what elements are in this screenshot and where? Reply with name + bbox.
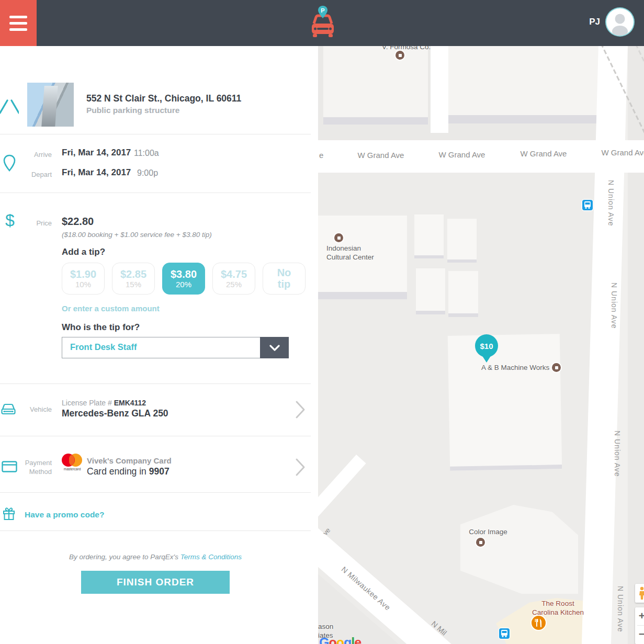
divider [0, 492, 311, 493]
price-total: $22.80 [62, 216, 94, 228]
tip-option-15pct[interactable]: $2.85 15% [112, 263, 155, 295]
tip-option-25pct[interactable]: $4.75 25% [212, 263, 255, 295]
street-label-w-grand-ave: W Grand Ave [595, 148, 644, 157]
tip-recipient-select[interactable]: Front Desk Staff [62, 337, 289, 358]
map-building [448, 334, 562, 471]
vehicle-plate: License Plate # EMK4112 [62, 399, 146, 407]
arrive-label: Arrive [0, 151, 52, 159]
custom-tip-link[interactable]: Or enter a custom amount [62, 304, 160, 313]
poi-marker-formosa[interactable] [396, 51, 404, 60]
bus-stop-icon[interactable] [499, 628, 510, 639]
tip-option-20pct[interactable]: $3.80 20% [162, 263, 205, 295]
poi-label-roost[interactable]: The Roost Carolina Kitchen [525, 600, 591, 617]
street-label-w-grand-ave: W Grand Ave [514, 149, 573, 158]
street-label-w-grand-ave: W Grand Ave [433, 150, 491, 159]
payment-label: Payment [0, 459, 52, 467]
chevron-down-icon [269, 345, 280, 351]
tip-recipient-value: Front Desk Staff [70, 342, 137, 352]
map-building [414, 214, 444, 258]
tip-option-10pct[interactable]: $1.90 10% [62, 263, 105, 295]
listing-photo[interactable] [27, 83, 74, 127]
price-label: Price [0, 219, 52, 227]
mastercard-logo: mastercard [62, 454, 83, 471]
map-alley [431, 46, 448, 133]
price-breakdown: ($18.00 booking + $1.00 service fee + $3… [62, 231, 212, 239]
map-building [447, 219, 477, 263]
poi-label-cultural-center[interactable]: Indonesian Cultural Center [326, 244, 374, 262]
hamburger-icon [9, 16, 27, 18]
bus-stop-icon[interactable] [582, 200, 593, 210]
chevron-right-icon[interactable] [295, 458, 306, 477]
divider [0, 134, 311, 134]
map-building [448, 271, 478, 317]
logo-letter: P [321, 7, 324, 14]
vehicle-label: Vehicle [0, 405, 52, 413]
person-icon [606, 8, 634, 36]
poi-label-color-image[interactable]: Color Image [451, 528, 525, 537]
terms-text: By ordering, you agree to ParqEx's Terms… [0, 553, 311, 561]
terms-link[interactable]: Terms & Conditions [180, 553, 242, 561]
map-building [448, 46, 600, 123]
parking-structure-icon [0, 96, 19, 115]
menu-button[interactable] [0, 0, 37, 46]
poi-marker-cultural-center[interactable] [334, 233, 343, 242]
payment-label: Method [0, 468, 52, 476]
card-ending: Card ending in 9907 [87, 466, 170, 477]
street-label-n-union-ave: N Union Ave [607, 180, 615, 227]
google-logo: Google [319, 635, 361, 644]
finish-order-button[interactable]: FINISH ORDER [81, 571, 230, 594]
divider [0, 436, 311, 436]
divider [0, 530, 311, 531]
vehicle-model: Mercedes-Benz GLA 250 [62, 408, 168, 419]
listing-address: 552 N St Clair St., Chicago, IL 60611 [86, 93, 241, 104]
street-label-w-grand-ave: W Grand Ave [352, 151, 410, 160]
map-building [416, 268, 445, 314]
zoom-in-button[interactable]: + [635, 607, 644, 625]
price-pin[interactable]: $10 [475, 334, 498, 364]
dropdown-button[interactable] [260, 337, 289, 358]
mastercard-wordmark: mastercard [61, 467, 84, 471]
card-name: Vivek's Company Card [87, 456, 172, 465]
tip-option-none[interactable]: No tip [263, 263, 306, 295]
depart-time[interactable]: 9:00p [137, 168, 158, 178]
street-label-partial: e [319, 151, 323, 160]
poi-marker-color-image[interactable] [476, 538, 485, 547]
promo-code-link[interactable]: Have a promo code? [25, 510, 104, 519]
listing-type: Public parking structure [86, 106, 179, 115]
restaurant-icon[interactable] [532, 616, 546, 630]
divider [0, 193, 311, 193]
zoom-out-button[interactable]: − [635, 626, 644, 643]
divider [0, 383, 311, 384]
map-building [323, 46, 428, 125]
poi-label-formosa[interactable]: V. Formosa Co. [382, 46, 431, 52]
street-label-n-union-ave: N Union Ave [610, 283, 618, 329]
gift-icon [3, 507, 15, 521]
map-panel[interactable]: e W Grand Ave W Grand Ave W Grand Ave W … [318, 46, 644, 644]
tip-for-heading: Who is the tip for? [62, 322, 140, 333]
map-building [628, 173, 644, 644]
top-navigation-bar: P PJ [0, 0, 644, 46]
user-avatar[interactable] [606, 8, 634, 36]
parqex-logo[interactable]: P [306, 5, 335, 41]
depart-label: Depart [0, 171, 52, 178]
arrive-date[interactable]: Fri, Mar 14, 2017 [62, 148, 131, 158]
zoom-controls[interactable]: + − [635, 607, 644, 644]
chevron-right-icon[interactable] [295, 400, 306, 419]
street-label-n-union-ave: N Union Ave [613, 431, 622, 477]
app-frame: e W Grand Ave W Grand Ave W Grand Ave W … [0, 0, 644, 644]
price-pin-label: $10 [475, 334, 498, 357]
pegman-icon [638, 586, 644, 600]
street-label-n-union-ave: N Union Ave [616, 586, 625, 632]
add-tip-heading: Add a tip? [62, 247, 105, 257]
pegman-button[interactable] [635, 584, 644, 603]
checkout-panel: 552 N St Clair St., Chicago, IL 60611 Pu… [0, 46, 318, 644]
arrive-time[interactable]: 11:00a [134, 149, 159, 158]
poi-marker-machine-works[interactable] [552, 363, 561, 372]
user-initials[interactable]: PJ [589, 17, 600, 27]
poi-label-machine-works[interactable]: A & B Machine Works [481, 364, 549, 372]
depart-date[interactable]: Fri, Mar 14, 2017 [62, 167, 131, 178]
